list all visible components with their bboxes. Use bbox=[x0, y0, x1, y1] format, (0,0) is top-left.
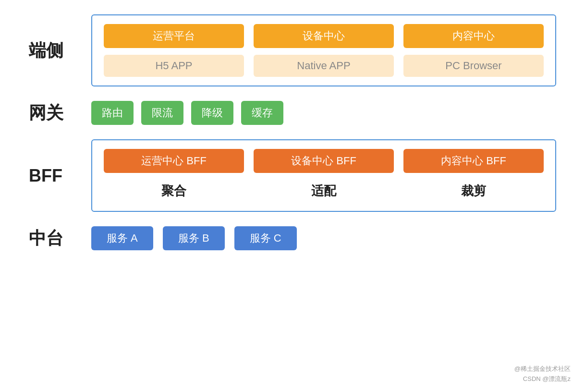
tag-yunying-pingtai: 运营平台 bbox=[104, 24, 244, 48]
gateway-tags: 路由 限流 降级 缓存 bbox=[91, 101, 283, 125]
bff-shipei: 适配 bbox=[254, 180, 394, 202]
tag-shebei-zhongxin: 设备中心 bbox=[254, 24, 394, 48]
duance-label: 端侧 bbox=[29, 39, 77, 62]
footer: @稀土掘金技术社区 CSDN @漂流瓶z bbox=[514, 364, 571, 384]
gateway-section: 网关 路由 限流 降级 缓存 bbox=[29, 101, 556, 125]
tag-neirong-bff: 内容中心 BFF bbox=[403, 149, 544, 173]
footer-line2: CSDN @漂流瓶z bbox=[514, 374, 571, 384]
bff-label: BFF bbox=[29, 166, 77, 186]
tag-yunying-bff: 运营中心 BFF bbox=[104, 149, 244, 173]
duance-row1: 运营平台 设备中心 内容中心 bbox=[104, 24, 544, 48]
zhongtai-label: 中台 bbox=[29, 227, 77, 250]
tag-h5-app: H5 APP bbox=[104, 55, 244, 77]
main-container: 端侧 运营平台 设备中心 内容中心 H5 APP Native APP PC B… bbox=[0, 0, 585, 392]
bff-bottom-row: 聚合 适配 裁剪 bbox=[104, 180, 544, 202]
zhongtai-tags: 服务 A 服务 B 服务 C bbox=[91, 226, 297, 250]
tag-fuwu-a: 服务 A bbox=[91, 226, 153, 250]
tag-huancun: 缓存 bbox=[241, 101, 283, 125]
footer-line1: @稀土掘金技术社区 bbox=[514, 364, 571, 374]
tag-neirong-zhongxin: 内容中心 bbox=[403, 24, 544, 48]
tag-native-app: Native APP bbox=[254, 55, 394, 77]
tag-xianliu: 限流 bbox=[141, 101, 183, 125]
duance-box: 运营平台 设备中心 内容中心 H5 APP Native APP PC Brow… bbox=[91, 14, 556, 86]
tag-luyou: 路由 bbox=[91, 101, 134, 125]
gateway-label: 网关 bbox=[29, 101, 77, 125]
tag-pc-browser: PC Browser bbox=[403, 55, 544, 77]
bff-box: 运营中心 BFF 设备中心 BFF 内容中心 BFF 聚合 适配 裁剪 bbox=[91, 139, 556, 212]
tag-shebei-bff: 设备中心 BFF bbox=[254, 149, 394, 173]
zhongtai-section: 中台 服务 A 服务 B 服务 C bbox=[29, 226, 556, 250]
tag-fuwu-c: 服务 C bbox=[234, 226, 297, 250]
duance-section: 端侧 运营平台 设备中心 内容中心 H5 APP Native APP PC B… bbox=[29, 14, 556, 86]
duance-row2: H5 APP Native APP PC Browser bbox=[104, 55, 544, 77]
tag-fuwu-b: 服务 B bbox=[163, 226, 225, 250]
bff-caijian: 裁剪 bbox=[403, 180, 544, 202]
bff-top-row: 运营中心 BFF 设备中心 BFF 内容中心 BFF bbox=[104, 149, 544, 173]
bff-juhe: 聚合 bbox=[104, 180, 244, 202]
tag-jiangji: 降级 bbox=[191, 101, 233, 125]
bff-section: BFF 运营中心 BFF 设备中心 BFF 内容中心 BFF 聚合 适配 裁剪 bbox=[29, 139, 556, 212]
